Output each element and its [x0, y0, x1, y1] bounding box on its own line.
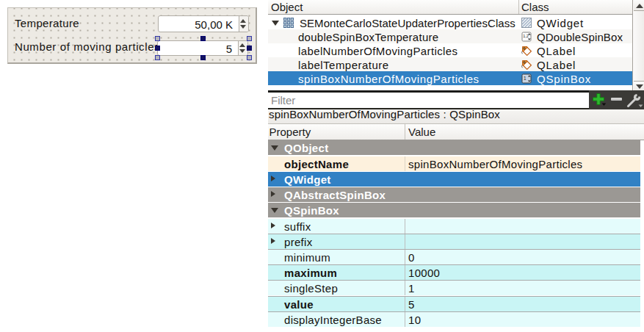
svg-text:1: 1 — [524, 76, 527, 81]
svg-text:1,2: 1,2 — [523, 34, 529, 38]
